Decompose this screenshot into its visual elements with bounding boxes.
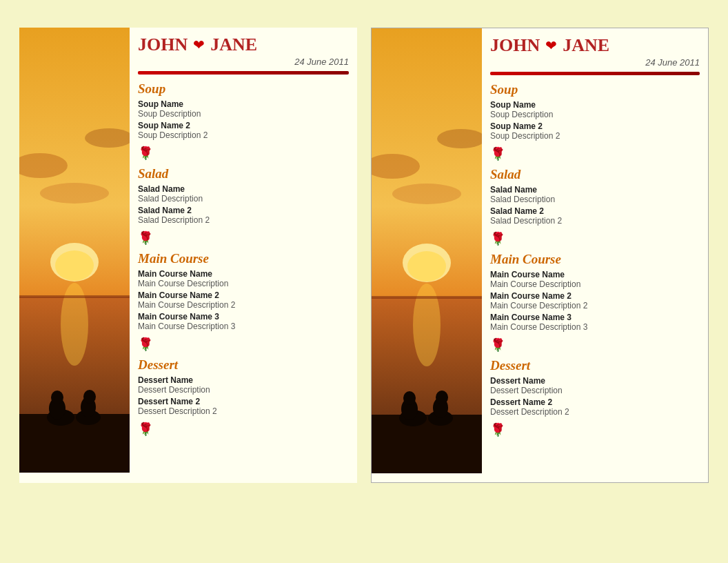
item-name-dessert-0-0: Dessert Name (138, 375, 349, 385)
rose-divider-3-1: 🌹 (490, 422, 700, 437)
item-name-dessert-0-1: Dessert Name (490, 376, 700, 386)
item-desc-salad-0-1: Salad Description (490, 195, 700, 204)
page-container: JOHN❤JANE24 June 2011SoupSoup NameSoup D… (19, 28, 709, 483)
section-dessert-1: DessertDessert NameDessert DescriptionDe… (490, 358, 700, 417)
rose-icon: 🌹 (490, 338, 505, 352)
item-name-main-2-0: Main Course Name 3 (138, 312, 349, 322)
header-0: JOHN❤JANE24 June 2011 (138, 34, 349, 67)
date-1: 24 June 2011 (490, 57, 700, 68)
photo-column-1 (372, 28, 482, 482)
title-line-1: JOHN❤JANE (490, 35, 700, 56)
section-title-dessert-0: Dessert (138, 357, 349, 373)
svg-rect-22 (372, 415, 482, 473)
rose-icon: 🌹 (138, 146, 153, 160)
item-name-main-1-0: Main Course Name 2 (138, 290, 349, 300)
section-title-dessert-1: Dessert (490, 358, 700, 373)
item-desc-main-2-0: Main Course Description 3 (138, 322, 349, 331)
svg-point-10 (51, 391, 63, 404)
item-desc-main-0-0: Main Course Description (138, 279, 349, 288)
section-salad-1: SaladSalad NameSalad DescriptionSalad Na… (490, 167, 700, 226)
name-jane-1: JANE (563, 35, 609, 56)
card-right: JOHN❤JANE24 June 2011SoupSoup NameSoup D… (371, 28, 709, 483)
rose-icon: 🌹 (490, 423, 505, 437)
section-main-1: Main CourseMain Course NameMain Course D… (490, 252, 700, 332)
heart-icon: ❤ (193, 37, 205, 52)
section-title-main-1: Main Course (490, 252, 700, 267)
title-line-0: JOHN❤JANE (138, 34, 349, 55)
item-name-salad-0-0: Salad Name (138, 184, 349, 194)
item-name-salad-0-1: Salad Name (490, 185, 700, 195)
item-desc-salad-0-0: Salad Description (138, 194, 349, 204)
section-title-salad-1: Salad (490, 167, 700, 182)
svg-point-15 (40, 183, 109, 204)
content-column-0: JOHN❤JANE24 June 2011SoupSoup NameSoup D… (130, 28, 357, 483)
section-title-main-0: Main Course (138, 251, 349, 266)
rose-icon: 🌹 (138, 422, 153, 436)
svg-point-28 (436, 391, 448, 404)
section-soup-0: SoupSoup NameSoup DescriptionSoup Name 2… (138, 81, 349, 140)
item-desc-salad-1-1: Salad Description 2 (490, 216, 700, 226)
red-divider-1 (490, 72, 700, 75)
rose-divider-2-0: 🌹 (138, 337, 349, 352)
svg-point-31 (392, 184, 461, 204)
item-name-main-0-0: Main Course Name (138, 269, 349, 279)
section-dessert-0: DessertDessert NameDessert DescriptionDe… (138, 357, 349, 416)
rose-icon: 🌹 (490, 147, 505, 161)
rose-divider-1-1: 🌹 (490, 231, 700, 246)
item-desc-main-2-1: Main Course Description 3 (490, 322, 700, 332)
date-0: 24 June 2011 (138, 57, 349, 67)
card-left: JOHN❤JANE24 June 2011SoupSoup NameSoup D… (19, 28, 357, 483)
heart-icon-1: ❤ (545, 37, 557, 54)
item-desc-salad-1-0: Salad Description 2 (138, 215, 349, 225)
heart-icon-0: ❤ (193, 37, 205, 53)
item-desc-soup-0-0: Soup Description (138, 109, 349, 119)
item-name-main-2-1: Main Course Name 3 (490, 313, 700, 322)
item-name-salad-1-1: Salad Name 2 (490, 206, 700, 216)
name-jane-0: JANE (210, 34, 257, 55)
name-john-0: JOHN (138, 34, 188, 55)
photo-column-0 (19, 28, 130, 483)
rose-divider-0-0: 🌹 (138, 146, 349, 161)
item-desc-dessert-0-1: Dessert Description (490, 386, 700, 395)
item-name-soup-1-1: Soup Name 2 (490, 121, 700, 131)
rose-divider-0-1: 🌹 (490, 146, 700, 161)
section-soup-1: SoupSoup NameSoup DescriptionSoup Name 2… (490, 82, 700, 141)
svg-point-12 (83, 390, 96, 404)
item-desc-main-1-1: Main Course Description 2 (490, 301, 700, 310)
heart-icon: ❤ (545, 38, 557, 53)
svg-rect-5 (19, 295, 130, 298)
content-column-1: JOHN❤JANE24 June 2011SoupSoup NameSoup D… (482, 28, 708, 482)
rose-divider-3-0: 🌹 (138, 422, 349, 437)
rose-divider-1-0: 🌹 (138, 230, 349, 246)
rose-divider-2-1: 🌹 (490, 337, 700, 353)
section-title-salad-0: Salad (138, 166, 349, 181)
item-name-salad-1-0: Salad Name 2 (138, 206, 349, 215)
item-name-dessert-1-0: Dessert Name 2 (138, 397, 349, 406)
red-divider-0 (138, 71, 349, 75)
item-desc-soup-0-1: Soup Description (490, 110, 700, 119)
item-desc-dessert-1-0: Dessert Description 2 (138, 406, 349, 416)
rose-icon: 🌹 (490, 232, 505, 246)
svg-point-26 (403, 391, 416, 405)
item-name-main-0-1: Main Course Name (490, 270, 700, 279)
item-name-soup-0-1: Soup Name (490, 100, 700, 110)
item-desc-dessert-1-1: Dessert Description 2 (490, 407, 700, 417)
item-desc-dessert-0-0: Dessert Description (138, 385, 349, 395)
section-title-soup-1: Soup (490, 82, 700, 97)
item-desc-main-1-0: Main Course Description 2 (138, 300, 349, 310)
item-name-soup-1-0: Soup Name 2 (138, 121, 349, 130)
svg-point-2 (55, 250, 94, 281)
rose-icon: 🌹 (138, 337, 153, 351)
item-name-main-1-1: Main Course Name 2 (490, 291, 700, 301)
svg-rect-6 (19, 414, 130, 473)
rose-icon: 🌹 (138, 231, 153, 245)
name-john-1: JOHN (490, 35, 540, 56)
item-desc-soup-1-1: Soup Description 2 (490, 131, 700, 141)
section-main-0: Main CourseMain Course NameMain Course D… (138, 251, 349, 331)
section-title-soup-0: Soup (138, 81, 349, 97)
svg-rect-21 (372, 296, 482, 299)
svg-point-18 (407, 251, 446, 282)
section-salad-0: SaladSalad NameSalad DescriptionSalad Na… (138, 166, 349, 225)
header-1: JOHN❤JANE24 June 2011 (490, 35, 700, 68)
item-desc-main-0-1: Main Course Description (490, 279, 700, 289)
